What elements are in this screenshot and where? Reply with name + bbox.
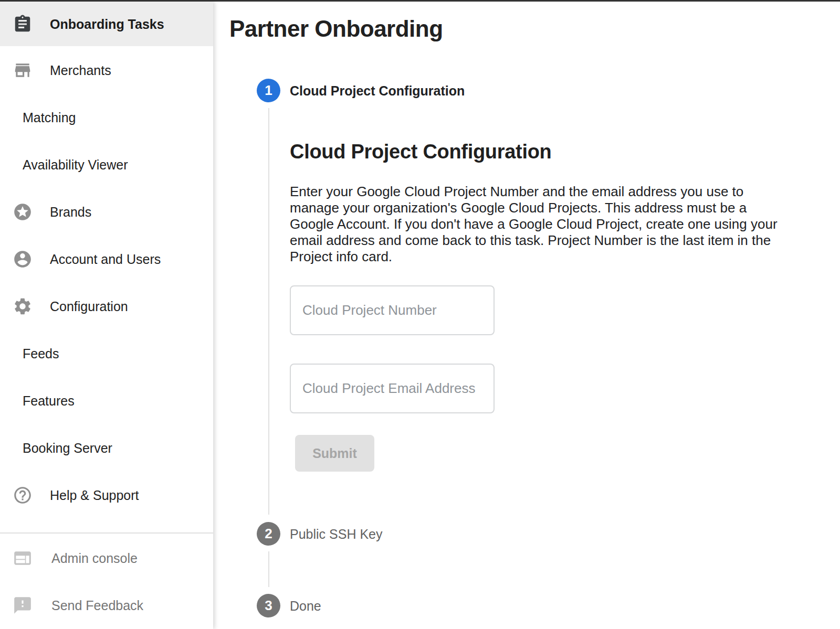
feedback-icon bbox=[13, 595, 33, 615]
stepper-connector bbox=[268, 551, 269, 587]
sidebar-item-availability-viewer[interactable]: Availability Viewer bbox=[0, 141, 213, 188]
sidebar-item-label: Onboarding Tasks bbox=[50, 16, 164, 31]
sidebar-item-account-and-users[interactable]: Account and Users bbox=[0, 236, 213, 283]
sidebar-item-send-feedback[interactable]: Send Feedback bbox=[0, 582, 213, 629]
sidebar-item-features[interactable]: Features bbox=[0, 377, 213, 424]
sidebar-item-brands[interactable]: Brands bbox=[0, 188, 213, 236]
star-circle-icon bbox=[13, 202, 33, 222]
gear-icon bbox=[13, 296, 33, 316]
step-1-heading: Cloud Project Configuration bbox=[290, 139, 552, 164]
step-3-header[interactable]: 3 Done bbox=[213, 594, 686, 618]
sidebar-item-label: Availability Viewer bbox=[23, 157, 128, 173]
step-3-label: Done bbox=[290, 599, 321, 614]
step-2-header[interactable]: 2 Public SSH Key bbox=[213, 522, 686, 546]
sidebar-item-configuration[interactable]: Configuration bbox=[0, 283, 213, 330]
account-circle-icon bbox=[13, 249, 33, 269]
main-content: Partner Onboarding 1 Cloud Project Confi… bbox=[213, 2, 840, 629]
step-1-label: Cloud Project Configuration bbox=[290, 83, 465, 99]
cloud-project-number-input[interactable] bbox=[290, 285, 495, 335]
stepper-connector bbox=[268, 108, 269, 515]
clipboard-icon bbox=[13, 14, 33, 34]
sidebar-item-feeds[interactable]: Feeds bbox=[0, 330, 213, 377]
page-title: Partner Onboarding bbox=[229, 15, 443, 42]
sidebar-item-admin-console[interactable]: Admin console bbox=[0, 535, 213, 582]
browser-window-icon bbox=[13, 548, 33, 568]
sidebar-item-booking-server[interactable]: Booking Server bbox=[0, 424, 213, 472]
sidebar-item-label: Help & Support bbox=[50, 488, 139, 503]
sidebar-item-merchants[interactable]: Merchants bbox=[0, 47, 213, 94]
sidebar-item-onboarding-tasks[interactable]: Onboarding Tasks bbox=[0, 2, 213, 46]
sidebar: Onboarding Tasks Merchants Matching Avai… bbox=[0, 2, 213, 629]
cloud-project-email-input[interactable] bbox=[290, 364, 495, 413]
sidebar-item-label: Configuration bbox=[50, 299, 128, 314]
sidebar-divider bbox=[0, 532, 213, 534]
sidebar-item-label: Account and Users bbox=[50, 252, 161, 267]
submit-button[interactable]: Submit bbox=[295, 435, 374, 472]
help-icon bbox=[13, 485, 33, 505]
sidebar-item-label: Matching bbox=[23, 110, 76, 125]
sidebar-item-label: Feeds bbox=[23, 346, 59, 361]
sidebar-item-label: Brands bbox=[50, 205, 91, 220]
sidebar-item-label: Merchants bbox=[50, 63, 111, 78]
sidebar-item-label: Features bbox=[23, 393, 75, 409]
sidebar-item-matching[interactable]: Matching bbox=[0, 94, 213, 141]
step-3-circle: 3 bbox=[257, 594, 280, 617]
sidebar-item-label: Admin console bbox=[51, 551, 138, 566]
step-1-description: Enter your Google Cloud Project Number a… bbox=[290, 184, 783, 265]
step-2-circle: 2 bbox=[257, 522, 280, 546]
window-top-border bbox=[0, 0, 840, 2]
sidebar-item-help-support[interactable]: Help & Support bbox=[0, 472, 213, 519]
step-1-circle: 1 bbox=[257, 79, 280, 102]
sidebar-item-label: Booking Server bbox=[23, 441, 112, 456]
sidebar-item-label: Send Feedback bbox=[51, 598, 143, 613]
storefront-icon bbox=[13, 60, 33, 80]
step-2-label: Public SSH Key bbox=[290, 527, 382, 542]
step-1-header[interactable]: 1 Cloud Project Configuration bbox=[213, 79, 686, 103]
